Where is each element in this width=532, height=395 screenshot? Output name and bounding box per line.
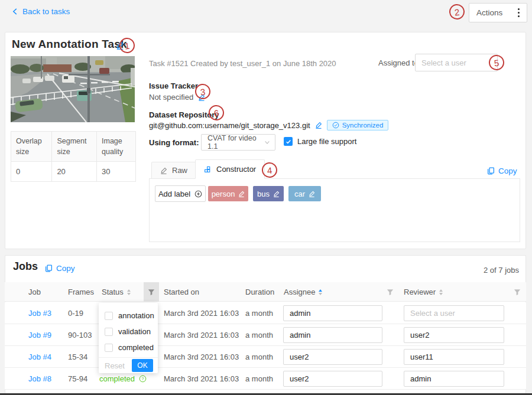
assignee-filter-button[interactable] bbox=[387, 282, 394, 302]
annotation-marker-2: 2 bbox=[449, 4, 466, 21]
frames-cell: 0-19 bbox=[68, 302, 83, 324]
param-value: 20 bbox=[52, 162, 97, 182]
sync-status-badge: Synchronized bbox=[327, 120, 389, 130]
col-assignee[interactable]: Assignee bbox=[284, 282, 322, 302]
table-row: Job #4 15-34 March 3rd 2021 16:03 a mont… bbox=[5, 346, 526, 368]
sort-icon[interactable] bbox=[439, 289, 443, 295]
frames-cell: 75-94 bbox=[68, 368, 87, 390]
assignee-select[interactable] bbox=[283, 371, 382, 387]
label-tag-person-name: person bbox=[212, 190, 235, 198]
actions-button[interactable]: Actions bbox=[469, 3, 527, 22]
tab-raw[interactable]: Raw bbox=[151, 162, 196, 178]
sync-status-text: Synchronized bbox=[342, 122, 384, 129]
reviewer-select[interactable] bbox=[404, 327, 504, 343]
dataset-repository-url: git@github.com:username/git_storage_v123… bbox=[149, 121, 310, 130]
add-label-button[interactable]: Add label bbox=[155, 185, 206, 202]
chevron-left-icon bbox=[12, 8, 18, 15]
assignee-select[interactable] bbox=[283, 349, 382, 365]
tab-constructor-label: Constructor bbox=[216, 165, 256, 174]
label-tag-bus-name: bus bbox=[257, 190, 270, 198]
assigned-to-input[interactable] bbox=[415, 54, 498, 71]
duration-cell: a month bbox=[245, 302, 273, 324]
param-value: 30 bbox=[97, 162, 136, 182]
task-preview-image bbox=[11, 56, 135, 122]
filter-footer: Reset OK bbox=[99, 357, 158, 373]
jobs-count: 2 of 7 jobs bbox=[460, 266, 519, 275]
col-assignee-label: Assignee bbox=[284, 288, 315, 296]
col-frames[interactable]: Frames bbox=[68, 282, 94, 302]
jobs-copy-label: Copy bbox=[56, 264, 75, 273]
back-to-tasks-link[interactable]: Back to tasks bbox=[12, 7, 70, 16]
filter-option-label: annotation bbox=[118, 311, 154, 320]
copy-icon bbox=[45, 265, 53, 272]
filter-option-annotation[interactable]: annotation bbox=[99, 308, 158, 324]
filter-option-validation[interactable]: validation bbox=[99, 324, 158, 339]
large-file-checkbox-row: Large file support bbox=[284, 137, 356, 146]
frames-cell: 90-103 bbox=[68, 324, 92, 346]
started-cell: March 3rd 2021 16:03 bbox=[164, 346, 239, 368]
started-cell: March 3rd 2021 16:03 bbox=[164, 324, 239, 346]
issue-tracker-value: Not specified bbox=[149, 93, 193, 102]
question-circle-icon[interactable]: ? bbox=[139, 375, 147, 383]
jobs-heading: Jobs bbox=[13, 260, 38, 273]
format-select[interactable]: CVAT for video 1.1 bbox=[201, 134, 275, 151]
labels-copy-button[interactable]: Copy bbox=[487, 167, 517, 175]
frames-cell: 15-34 bbox=[68, 346, 87, 368]
job-link[interactable]: Job #4 bbox=[28, 346, 51, 368]
col-job[interactable]: Job bbox=[28, 282, 41, 302]
chevron-down-icon bbox=[264, 139, 270, 145]
job-link[interactable]: Job #8 bbox=[28, 368, 51, 390]
filter-funnel-icon bbox=[387, 289, 394, 296]
assignee-select[interactable] bbox=[283, 305, 382, 321]
label-tag-bus[interactable]: bus bbox=[253, 186, 284, 201]
jobs-table-header: Job Frames Status Started on Duration As… bbox=[5, 282, 526, 302]
svg-text:?: ? bbox=[142, 377, 144, 381]
tab-raw-label: Raw bbox=[172, 166, 187, 175]
label-tag-person[interactable]: person bbox=[208, 186, 248, 201]
label-tag-car-name: car bbox=[294, 190, 305, 198]
status-completed-text: completed bbox=[99, 374, 135, 383]
issue-tracker-label: Issue Tracker bbox=[149, 81, 198, 90]
param-value: 0 bbox=[11, 162, 52, 182]
filter-option-completed[interactable]: completed bbox=[99, 339, 158, 355]
duration-cell: a month bbox=[245, 324, 273, 346]
plus-circle-icon bbox=[194, 190, 202, 198]
checkbox-validation[interactable] bbox=[105, 328, 113, 336]
checkbox-completed[interactable] bbox=[105, 344, 113, 352]
col-duration[interactable]: Duration bbox=[245, 282, 274, 302]
job-link[interactable]: Job #9 bbox=[28, 324, 51, 346]
edit-label-icon[interactable] bbox=[309, 191, 315, 197]
using-format-label: Using format: bbox=[149, 138, 199, 147]
filter-ok-button[interactable]: OK bbox=[132, 359, 153, 372]
reviewer-select[interactable] bbox=[404, 371, 504, 387]
col-reviewer[interactable]: Reviewer bbox=[404, 282, 443, 302]
build-blocks-icon bbox=[204, 165, 212, 173]
edit-label-icon[interactable] bbox=[273, 191, 280, 197]
large-file-checkbox[interactable] bbox=[284, 137, 293, 146]
edit-repository-icon[interactable] bbox=[315, 122, 322, 129]
reviewer-filter-button[interactable] bbox=[514, 282, 521, 302]
cvat-task-page: Back to tasks Actions New Annotation Tas… bbox=[0, 0, 532, 395]
checkbox-annotation[interactable] bbox=[105, 312, 113, 320]
sort-icon-active[interactable] bbox=[319, 289, 322, 295]
label-tag-car[interactable]: car bbox=[288, 186, 321, 201]
reviewer-select[interactable] bbox=[404, 305, 504, 321]
status-filter-dropdown: annotation validation completed Reset OK bbox=[99, 303, 158, 373]
status-filter-button[interactable] bbox=[144, 282, 159, 302]
actions-label: Actions bbox=[476, 8, 502, 17]
param-header: Image quality bbox=[97, 132, 136, 162]
tab-constructor[interactable]: Constructor bbox=[195, 159, 265, 179]
col-status[interactable]: Status bbox=[102, 282, 131, 302]
filter-option-label: completed bbox=[118, 343, 154, 352]
edit-label-icon[interactable] bbox=[238, 191, 245, 197]
table-row: Job #3 0-19 March 3rd 2021 16:03 a month bbox=[5, 302, 526, 324]
table-row: Job #9 90-103 March 3rd 2021 16:03 a mon… bbox=[5, 324, 526, 346]
assignee-select[interactable] bbox=[283, 327, 382, 343]
jobs-copy-button[interactable]: Copy bbox=[45, 264, 75, 273]
reviewer-select[interactable] bbox=[404, 349, 504, 365]
job-link[interactable]: Job #3 bbox=[28, 302, 51, 324]
table-row: Job #8 75-94 completed ? March 3rd 2021 … bbox=[5, 368, 526, 390]
col-started[interactable]: Started on bbox=[164, 282, 199, 302]
sort-icon[interactable] bbox=[127, 289, 131, 295]
filter-reset-button[interactable]: Reset bbox=[105, 361, 125, 370]
